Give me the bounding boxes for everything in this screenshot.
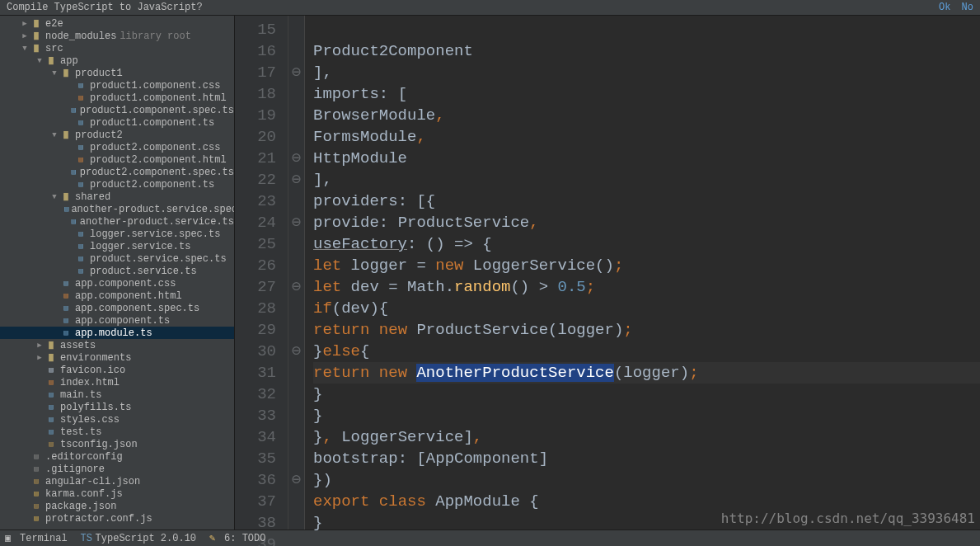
code-line[interactable]: let logger = new LoggerService(); (313, 255, 980, 276)
code-line[interactable]: FormsModule, (313, 126, 980, 148)
tree-node[interactable]: ▤product1.component.html (0, 92, 234, 104)
code-line[interactable]: providers: [{ (313, 191, 980, 212)
fold-handle[interactable]: ⊖ (288, 169, 304, 191)
line-number: 33 (235, 405, 276, 426)
code-line[interactable]: ], (313, 62, 980, 83)
tree-node[interactable]: ▤test.ts (0, 426, 234, 438)
tree-node[interactable]: ▤package.json (0, 500, 234, 512)
expand-arrow-icon[interactable]: ▼ (35, 57, 45, 65)
fold-handle[interactable]: ⊖ (288, 212, 304, 233)
code-line[interactable]: } (313, 384, 980, 405)
code-line[interactable]: HttpModule (313, 148, 980, 169)
tree-node[interactable]: ▤polyfills.ts (0, 401, 234, 413)
fold-handle[interactable]: ⊖ (288, 469, 304, 491)
file-icon: ▤ (74, 254, 87, 263)
line-number: 31 (235, 362, 276, 384)
tree-node[interactable]: ▤app.component.ts (0, 314, 234, 327)
tree-node[interactable]: ▤app.component.spec.ts (0, 302, 234, 314)
tree-node[interactable]: ▤product.service.spec.ts (0, 252, 234, 265)
tree-node[interactable]: ▤product2.component.html (0, 153, 234, 166)
tree-node[interactable]: ▤main.ts (0, 388, 234, 401)
code-line[interactable]: return new AnotherProductService(logger)… (313, 362, 980, 384)
no-link[interactable]: No (962, 2, 973, 13)
fold-handle (288, 19, 304, 40)
code-line[interactable] (313, 534, 980, 546)
tree-node[interactable]: ▤karma.conf.js (0, 487, 234, 500)
tree-node[interactable]: ▼▇app (0, 54, 234, 67)
expand-arrow-icon[interactable]: ▼ (49, 131, 59, 139)
code-line[interactable]: provide: ProductService, (313, 212, 980, 233)
expand-arrow-icon[interactable]: ▼ (49, 69, 59, 78)
fold-handle[interactable]: ⊖ (288, 341, 304, 362)
todo-tab[interactable]: ✎ 6: TODO (209, 532, 265, 544)
tree-node[interactable]: ▶▇node_moduleslibrary root (0, 30, 234, 42)
ok-link[interactable]: Ok (939, 2, 950, 13)
fold-handle[interactable]: ⊖ (288, 148, 304, 169)
tree-node[interactable]: ▤.gitignore (0, 463, 234, 475)
code-line[interactable]: return new ProductService(logger); (313, 319, 980, 341)
code-line[interactable]: export class AppModule { (313, 491, 980, 512)
expand-arrow-icon[interactable]: ▶ (20, 19, 30, 28)
expand-arrow-icon[interactable]: ▼ (49, 193, 59, 201)
folder-icon: ▇ (59, 130, 73, 139)
tree-label: product2.component.spec.ts (80, 167, 234, 178)
folder-icon: ▇ (45, 341, 58, 350)
tree-node[interactable]: ▼▇product2 (0, 129, 234, 141)
code-token: ; (689, 364, 698, 382)
tree-label: app.component.html (75, 290, 182, 302)
code-line[interactable]: bootstrap: [AppComponent] (313, 448, 980, 469)
tree-node[interactable]: ▤angular-cli.json (0, 475, 234, 487)
tree-node[interactable]: ▤product2.component.spec.ts (0, 166, 234, 178)
expand-arrow-icon[interactable]: ▶ (35, 353, 45, 362)
tree-node[interactable]: ▤another-product.service.ts (0, 215, 234, 228)
typescript-tab[interactable]: TS TypeScript 2.0.10 (81, 533, 196, 544)
line-number: 22 (235, 169, 276, 191)
tree-label: product1.component.html (90, 92, 227, 104)
expand-arrow-icon[interactable]: ▼ (20, 45, 30, 53)
tree-node[interactable]: ▤.editorconfig (0, 450, 234, 463)
tree-node[interactable]: ▤tsconfig.json (0, 438, 234, 450)
tree-node[interactable]: ▤product1.component.spec.ts (0, 104, 234, 116)
tree-node[interactable]: ▤product1.component.css (0, 79, 234, 92)
tree-node[interactable]: ▤product.service.ts (0, 265, 234, 277)
code-line[interactable]: } (313, 405, 980, 426)
fold-column[interactable]: ⊖⊖⊖⊖⊖⊖⊖ (288, 16, 305, 530)
tree-node[interactable]: ▤index.html (0, 376, 234, 388)
tree-node[interactable]: ▼▇shared (0, 191, 234, 203)
tree-node[interactable]: ▤protractor.conf.js (0, 512, 234, 525)
tree-node[interactable]: ▤logger.service.spec.ts (0, 228, 234, 240)
code-line[interactable]: useFactory: () => { (313, 233, 980, 255)
tree-node[interactable]: ▤product1.component.ts (0, 116, 234, 129)
code-line[interactable]: }, LoggerService], (313, 426, 980, 448)
tree-node[interactable]: ▼▇src (0, 42, 234, 54)
code-line[interactable]: ], (313, 169, 980, 191)
fold-handle[interactable]: ⊖ (288, 276, 304, 298)
code-line[interactable]: BrowserModule, (313, 105, 980, 126)
tree-node[interactable]: ▤app.component.css (0, 277, 234, 289)
expand-arrow-icon[interactable]: ▶ (35, 341, 45, 350)
tree-node[interactable]: ▤another-product.service.spec.ts (0, 203, 234, 215)
tree-node[interactable]: ▤styles.css (0, 413, 234, 426)
tree-node[interactable]: ▤product2.component.ts (0, 178, 234, 191)
code-line[interactable]: }else{ (313, 341, 980, 362)
tree-node[interactable]: ▶▇assets (0, 339, 234, 351)
code-line[interactable]: let dev = Math.random() > 0.5; (313, 276, 980, 298)
fold-handle[interactable]: ⊖ (288, 62, 304, 83)
code-line[interactable]: if(dev){ (313, 298, 980, 319)
code-line[interactable]: }) (313, 469, 980, 491)
tree-node[interactable]: ▤logger.service.ts (0, 240, 234, 252)
code-area[interactable]: Product2Component ], imports: [ BrowserM… (305, 16, 980, 530)
tree-node[interactable]: ▤app.component.html (0, 289, 234, 302)
expand-arrow-icon[interactable]: ▶ (20, 31, 30, 40)
code-line[interactable]: imports: [ (313, 83, 980, 105)
code-line[interactable]: Product2Component (313, 40, 980, 62)
code-editor[interactable]: 1516171819202122232425262728293031323334… (235, 16, 980, 530)
tree-node[interactable]: ▼▇product1 (0, 67, 234, 79)
tree-node[interactable]: ▤favicon.ico (0, 364, 234, 376)
tree-node[interactable]: ▶▇e2e (0, 17, 234, 30)
tree-node[interactable]: ▤product2.component.css (0, 141, 234, 153)
terminal-tab[interactable]: ▣ Terminal (5, 532, 68, 544)
code-line[interactable] (313, 19, 980, 40)
tree-node[interactable]: ▶▇environments (0, 351, 234, 364)
tree-node[interactable]: ▤app.module.ts (0, 327, 234, 339)
